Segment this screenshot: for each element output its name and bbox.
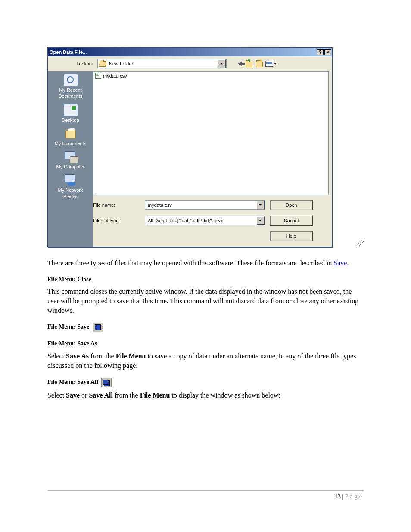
places-item[interactable]: Desktop bbox=[48, 104, 93, 123]
new-folder-icon[interactable] bbox=[255, 60, 263, 68]
lookin-label: Look in: bbox=[48, 61, 95, 66]
places-item[interactable]: My Computer bbox=[48, 151, 93, 169]
heading-close: File Menu: Close bbox=[47, 276, 364, 284]
page-number: 13 bbox=[335, 493, 341, 500]
filename-input[interactable] bbox=[147, 201, 256, 209]
heading-saveall: File Menu: Save All bbox=[47, 378, 364, 387]
heading-saveas: File Menu: Save As bbox=[47, 340, 364, 348]
filetype-value bbox=[147, 217, 256, 224]
places-item-label: Places bbox=[63, 194, 78, 199]
places-item-label: Desktop bbox=[62, 118, 79, 123]
lookin-value: New Folder bbox=[106, 61, 218, 66]
dropdown-icon[interactable] bbox=[257, 216, 265, 225]
filename-label: File name: bbox=[93, 202, 140, 208]
places-item-label: My Recent bbox=[59, 87, 82, 93]
page-footer: 13 | Page bbox=[47, 490, 364, 500]
mydocs-icon bbox=[64, 128, 78, 140]
open-button[interactable]: Open bbox=[270, 200, 313, 210]
heading-save: File Menu: Save bbox=[47, 323, 364, 332]
lookin-combo[interactable]: New Folder bbox=[97, 59, 227, 68]
cancel-button[interactable]: Cancel bbox=[270, 215, 313, 226]
file-name: mydata.csv bbox=[103, 73, 127, 78]
file-item[interactable]: mydata.csv bbox=[94, 72, 327, 79]
dialog-title: Open Data File... bbox=[50, 50, 316, 55]
filetype-combo[interactable] bbox=[145, 216, 265, 225]
places-bar: My RecentDocumentsDesktopMy DocumentsMy … bbox=[48, 71, 93, 247]
help-button[interactable]: Help bbox=[270, 231, 313, 241]
paragraph: Select Save or Save All from the File Me… bbox=[47, 391, 364, 400]
filetype-label: Files of type: bbox=[93, 218, 140, 223]
save-all-icon bbox=[101, 378, 112, 387]
computer-icon bbox=[64, 151, 78, 163]
paragraph: Select Save As from the File Menu to sav… bbox=[47, 352, 364, 370]
dialog-titlebar[interactable]: Open Data File... ? ✕ bbox=[48, 48, 332, 56]
places-item-label: My Computer bbox=[56, 164, 84, 169]
docs-icon bbox=[63, 74, 78, 87]
places-item-label: Documents bbox=[59, 93, 83, 99]
paragraph: This command closes the currently active… bbox=[47, 287, 364, 315]
folder-open-icon bbox=[100, 61, 106, 67]
places-item-label: My Documents bbox=[55, 141, 86, 146]
file-list[interactable]: mydata.csv bbox=[93, 71, 329, 195]
places-item-label: My Network bbox=[58, 187, 83, 193]
open-file-dialog: Open Data File... ? ✕ Look in: New Folde… bbox=[47, 47, 333, 247]
network-icon bbox=[64, 174, 78, 187]
filename-combo[interactable] bbox=[145, 200, 265, 210]
places-item[interactable]: My RecentDocuments bbox=[48, 74, 93, 99]
views-menu-icon[interactable] bbox=[265, 61, 277, 67]
up-one-level-icon[interactable] bbox=[245, 60, 252, 68]
save-icon bbox=[93, 323, 103, 332]
desktop-icon bbox=[63, 104, 78, 117]
save-link[interactable]: Save bbox=[333, 259, 347, 267]
places-item[interactable]: My Documents bbox=[48, 128, 93, 146]
places-item[interactable]: My NetworkPlaces bbox=[48, 174, 93, 199]
dropdown-icon[interactable] bbox=[257, 201, 265, 209]
titlebar-close-button[interactable]: ✕ bbox=[324, 49, 331, 55]
back-icon[interactable] bbox=[238, 61, 242, 66]
resize-grip-icon[interactable] bbox=[357, 240, 364, 247]
page-label: Page bbox=[345, 493, 364, 500]
paragraph: There are three types of files that may … bbox=[47, 258, 364, 268]
titlebar-help-button[interactable]: ? bbox=[317, 49, 324, 55]
csv-file-icon bbox=[95, 73, 101, 79]
dropdown-icon[interactable] bbox=[218, 59, 226, 68]
